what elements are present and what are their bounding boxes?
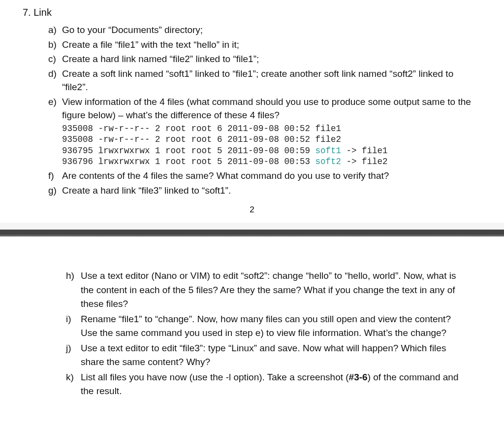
- list-marker: a): [48, 23, 62, 37]
- ordered-list-part2: h) Use a text editor (Nano or VIM) to ed…: [0, 269, 504, 409]
- heading-number: 7.: [23, 7, 31, 18]
- item-k-bold: #3-6: [349, 372, 368, 382]
- list-body: View information of the 4 files (what co…: [62, 95, 479, 122]
- terminal-output: 935008 -rw-r--r-- 2 root root 6 2011-09-…: [62, 122, 479, 169]
- terminal-line-part: 936795 lrwxrwxrwx 1 root root 5 2011-09-…: [62, 146, 315, 156]
- list-body: Rename “file1” to “change”. Now, how man…: [81, 312, 460, 340]
- list-marker: h): [66, 269, 81, 283]
- list-body: Are contents of the 4 files the same? Wh…: [62, 169, 479, 183]
- list-item: k) List all files you have now (use the …: [66, 370, 460, 399]
- list-body: Use a text editor to edit “file3”: type …: [81, 341, 460, 369]
- terminal-line: 935008 -rw-r--r-- 2 root root 6 2011-09-…: [62, 124, 341, 134]
- terminal-output-row: 935008 -rw-r--r-- 2 root root 6 2011-09-…: [48, 122, 479, 169]
- symlink-name: soft1: [315, 146, 342, 156]
- terminal-line-part: -> file1: [341, 146, 388, 156]
- heading-title: Link: [33, 7, 52, 18]
- list-marker: k): [66, 370, 81, 385]
- terminal-lines: 935008 -rw-r--r-- 2 root root 6 2011-09-…: [62, 122, 479, 169]
- list-marker: j): [66, 341, 81, 356]
- terminal-line-part: -> file2: [341, 157, 388, 167]
- list-body: Go to your “Documents” directory;: [62, 23, 479, 37]
- list-body: Create a hard link named “file2” linked …: [62, 52, 479, 66]
- list-marker: e): [48, 95, 62, 109]
- list-item: g) Create a hard link “file3” linked to …: [48, 184, 479, 198]
- list-item: c) Create a hard link named “file2” link…: [48, 52, 479, 66]
- list-marker: i): [66, 312, 81, 327]
- list-marker: d): [48, 67, 62, 81]
- list-body: Create a soft link named “soft1” linked …: [62, 67, 479, 94]
- list-body: Use a text editor (Nano or VIM) to edit …: [81, 269, 460, 311]
- list-item: h) Use a text editor (Nano or VIM) to ed…: [66, 269, 460, 311]
- list-item: a) Go to your “Documents” directory;: [48, 23, 479, 37]
- list-marker: c): [48, 52, 62, 66]
- document-page: 7. Link a) Go to your “Documents” direct…: [0, 0, 504, 409]
- ordered-list-part1: a) Go to your “Documents” directory; b) …: [0, 23, 504, 197]
- list-item: e) View information of the 4 files (what…: [48, 95, 479, 122]
- page-number: 2: [0, 198, 504, 223]
- list-item: j) Use a text editor to edit “file3”: ty…: [66, 341, 460, 369]
- terminal-line: 935008 -rw-r--r-- 2 root root 6 2011-09-…: [62, 134, 341, 144]
- list-body: List all files you have now (use the -l …: [81, 370, 460, 399]
- terminal-line-part: 936796 lrwxrwxrwx 1 root root 5 2011-09-…: [62, 157, 315, 167]
- symlink-name: soft2: [315, 157, 342, 167]
- list-body: Create a file “file1” with the text “hel…: [62, 38, 479, 52]
- page-gap-divider: [0, 223, 504, 242]
- section-heading: 7. Link: [0, 0, 504, 23]
- list-marker: b): [48, 38, 62, 52]
- list-item: d) Create a soft link named “soft1” link…: [48, 67, 479, 94]
- list-item: b) Create a file “file1” with the text “…: [48, 38, 479, 52]
- item-k-pre: List all files you have now (use the -l …: [81, 372, 349, 382]
- list-item: f) Are contents of the 4 files the same?…: [48, 169, 479, 183]
- list-marker: f): [48, 169, 62, 183]
- list-item: i) Rename “file1” to “change”. Now, how …: [66, 312, 460, 340]
- list-body: Create a hard link “file3” linked to “so…: [62, 184, 479, 198]
- list-marker: g): [48, 184, 62, 198]
